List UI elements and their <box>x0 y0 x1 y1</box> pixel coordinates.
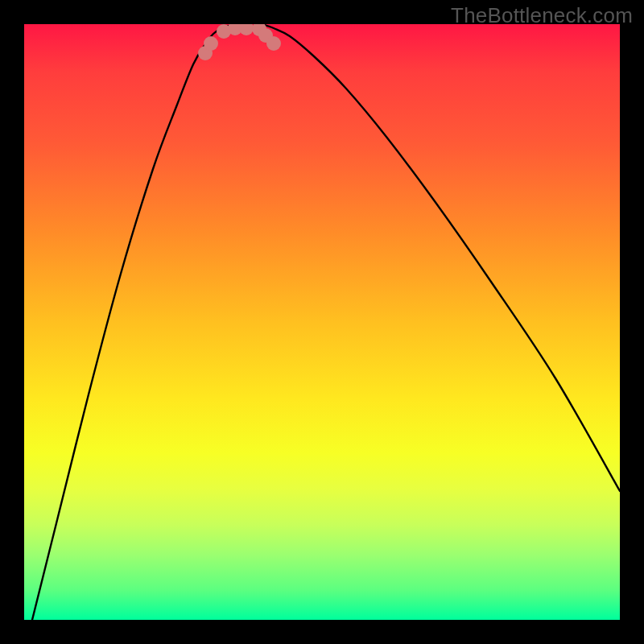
bottleneck-curve-left-arm <box>32 24 237 620</box>
bottleneck-curve-right-arm <box>262 24 620 491</box>
watermark-text: TheBottleneck.com <box>451 3 633 28</box>
curve-marker <box>266 36 281 51</box>
plot-area <box>24 24 620 620</box>
curve-marker <box>239 24 254 35</box>
curve-layer <box>24 24 620 620</box>
curve-marker <box>204 36 218 51</box>
chart-frame: TheBottleneck.com <box>0 0 644 644</box>
